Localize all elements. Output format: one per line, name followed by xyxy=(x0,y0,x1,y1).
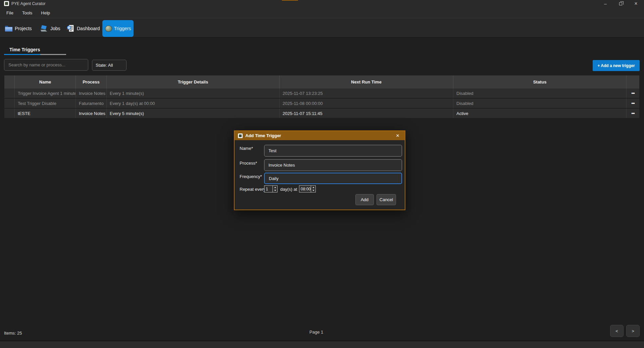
sphere-icon xyxy=(105,25,112,32)
header-name[interactable]: Name xyxy=(15,75,76,89)
repeat-count-stepper[interactable]: 1 xyxy=(264,185,278,192)
row-selector-cell[interactable] xyxy=(4,89,15,98)
cell-status[interactable]: Disabled xyxy=(453,99,627,108)
laptop-icon xyxy=(40,25,48,32)
cell-next-run-time[interactable]: 2025-11-07 13:23:25 xyxy=(280,89,453,98)
tab-projects[interactable]: Projects xyxy=(5,20,32,37)
cell-actions: ••• xyxy=(627,109,639,118)
tab-label: Dashboard xyxy=(77,26,100,31)
tab-bar: Projects Jobs Dashboard Triggers xyxy=(0,19,644,38)
add-new-trigger-button[interactable]: + Add a new trigger xyxy=(593,60,640,71)
background-window-sliver xyxy=(282,0,298,1)
process-label: Process* xyxy=(240,161,257,166)
header-selector[interactable] xyxy=(4,75,15,89)
stepper-down-button[interactable] xyxy=(311,189,315,192)
stepper-arrows xyxy=(273,186,277,192)
cell-status[interactable]: Disabled xyxy=(453,89,627,98)
row-actions-menu-button[interactable]: ••• xyxy=(631,101,635,106)
repeat-time-value[interactable]: 08:00 xyxy=(299,186,311,192)
tab-label: Projects xyxy=(15,26,32,31)
tab-jobs[interactable]: Jobs xyxy=(40,20,60,37)
stepper-up-button[interactable] xyxy=(273,186,277,189)
row-actions-menu-button[interactable]: ••• xyxy=(631,111,635,116)
days-at-label: day(s) at xyxy=(280,187,297,192)
name-field[interactable] xyxy=(264,145,402,157)
restore-button[interactable] xyxy=(615,0,626,7)
dialog-title: Add Time Trigger xyxy=(245,133,281,138)
row-selector-cell[interactable] xyxy=(4,99,15,108)
row-actions-menu-button[interactable]: ••• xyxy=(631,91,635,96)
restore-icon xyxy=(619,2,622,5)
next-page-button[interactable]: > xyxy=(626,325,640,337)
chevron-up-icon xyxy=(312,187,314,188)
header-status[interactable]: Status xyxy=(453,75,627,89)
cell-actions: ••• xyxy=(627,99,639,108)
repeat-every-label: Repeat every xyxy=(240,187,265,192)
app-logo-mark xyxy=(239,134,242,137)
process-field[interactable] xyxy=(264,159,402,171)
cell-process[interactable]: Invoice Notes xyxy=(76,109,107,118)
tab-label: Jobs xyxy=(50,26,60,31)
menu-tools[interactable]: Tools xyxy=(18,7,37,18)
cell-status[interactable]: Active xyxy=(453,109,627,118)
name-label: Name* xyxy=(240,146,253,151)
window-titlebar: PYE Agent Curator – × xyxy=(0,0,644,7)
document-magnifier-icon xyxy=(66,24,75,33)
header-trigger-details[interactable]: Trigger Details xyxy=(107,75,280,89)
repeat-count-value[interactable]: 1 xyxy=(264,186,273,192)
cell-name[interactable]: tESTE xyxy=(15,109,76,118)
cell-next-run-time[interactable]: 2025-11-08 00:00:00 xyxy=(280,99,453,108)
menu-help[interactable]: Help xyxy=(37,7,54,18)
menu-file[interactable]: File xyxy=(2,7,18,18)
header-actions xyxy=(627,75,639,89)
add-button[interactable]: Add xyxy=(355,194,374,205)
cell-next-run-time[interactable]: 2025-11-07 15:11:45 xyxy=(280,109,453,118)
window-title: PYE Agent Curator xyxy=(11,1,45,6)
page-title: Time Triggers xyxy=(9,47,40,52)
page-title-underline xyxy=(4,54,66,55)
chevron-up-icon xyxy=(274,187,276,188)
header-next-run-time[interactable]: Next Run Time xyxy=(280,75,453,89)
menu-bar: File Tools Help xyxy=(0,7,644,18)
stepper-up-button[interactable] xyxy=(311,186,315,189)
cell-trigger-details[interactable]: Every 1 minute(s) xyxy=(107,89,280,98)
repeat-time-stepper[interactable]: 08:00 xyxy=(299,185,316,192)
chevron-down-icon xyxy=(312,190,314,191)
frequency-label: Frequency* xyxy=(240,174,262,179)
minimize-button[interactable]: – xyxy=(600,0,611,7)
bottom-strip xyxy=(0,341,644,348)
triggers-table: Name Process Trigger Details Next Run Ti… xyxy=(4,75,639,119)
items-count: Items: 25 xyxy=(4,331,22,336)
cell-trigger-details[interactable]: Every 5 minute(s) xyxy=(107,109,280,118)
stepper-arrows xyxy=(311,186,315,192)
tab-label: Triggers xyxy=(114,26,131,31)
stepper-down-button[interactable] xyxy=(273,189,277,192)
table-row[interactable]: Test Trigger Disable Faturamento Every 1… xyxy=(4,99,639,109)
cell-trigger-details[interactable]: Every 1 day(s) at 00:00 xyxy=(107,99,280,108)
app-icon xyxy=(238,133,243,138)
dialog-close-button[interactable]: × xyxy=(393,131,402,140)
folder-icon xyxy=(5,25,13,32)
previous-page-button[interactable]: < xyxy=(610,325,624,337)
cell-name[interactable]: Test Trigger Disable xyxy=(15,99,76,108)
cell-actions: ••• xyxy=(627,89,639,98)
add-time-trigger-dialog: Add Time Trigger × Name* Process* Freque… xyxy=(234,130,405,210)
cell-process[interactable]: Invoice Notes xyxy=(76,89,107,98)
frequency-field[interactable] xyxy=(264,173,402,184)
cell-process[interactable]: Faturamento xyxy=(76,99,107,108)
header-process[interactable]: Process xyxy=(76,75,107,89)
chevron-down-icon xyxy=(274,190,276,191)
table-header-row: Name Process Trigger Details Next Run Ti… xyxy=(4,75,639,89)
row-selector-cell[interactable] xyxy=(4,109,15,118)
state-filter-dropdown[interactable]: State: All xyxy=(92,60,127,71)
cancel-button[interactable]: Cancel xyxy=(377,194,396,205)
dialog-titlebar: Add Time Trigger × xyxy=(235,131,405,140)
tab-triggers-selected[interactable]: Triggers xyxy=(102,20,134,37)
tab-dashboard[interactable]: Dashboard xyxy=(66,20,100,37)
table-row[interactable]: tESTE Invoice Notes Every 5 minute(s) 20… xyxy=(4,109,639,119)
search-input[interactable] xyxy=(4,59,88,71)
app-logo-mark xyxy=(5,2,8,5)
cell-name[interactable]: Trigger Invoice Agent 1 minute xyxy=(15,89,76,98)
close-button[interactable]: × xyxy=(630,0,642,7)
table-row[interactable]: Trigger Invoice Agent 1 minute Invoice N… xyxy=(4,89,639,99)
